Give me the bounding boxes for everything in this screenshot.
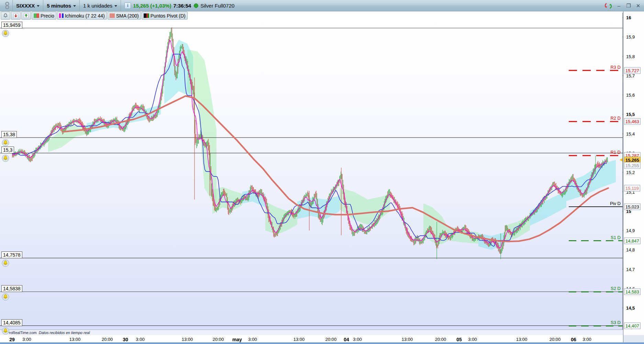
alert-bell-icon[interactable] <box>2 327 9 335</box>
time-tick-label: may <box>232 337 242 342</box>
alert-level-label: 15,3 <box>1 147 14 153</box>
time-axis[interactable] <box>0 335 623 342</box>
legend-price[interactable]: Precio <box>32 12 56 20</box>
time-tick-label: 3:00 <box>353 337 362 342</box>
axis-value-box: 15,463 <box>624 118 641 125</box>
alert-level-label: 14,4085 <box>1 319 22 326</box>
pivot-label-s3-d: S3 D <box>611 320 621 325</box>
alert-level-label: 14,5838 <box>1 285 22 292</box>
alert-bell-icon[interactable] <box>2 139 9 147</box>
sell-order-button[interactable] <box>11 12 21 20</box>
restore-button[interactable]: ❐ <box>625 3 632 9</box>
symbol-selector[interactable]: SIXXXX <box>13 0 43 11</box>
alert-bell-icon[interactable] <box>2 293 9 301</box>
time-tick-label: 20:00 <box>102 337 113 342</box>
units-selector[interactable]: 1 k unidades <box>80 0 121 11</box>
pivot-label-r3-d: R3 D <box>610 65 621 70</box>
instrument-name: Silver Full0720 <box>200 3 234 9</box>
time-tick-label: 13:00 <box>516 337 528 342</box>
price-tick-label: 14,7 <box>626 267 635 272</box>
chevron-down-icon <box>73 5 76 7</box>
refresh-icon[interactable] <box>604 2 612 10</box>
price-tick-label: 16 <box>626 15 631 20</box>
time-tick-label: 13:00 <box>69 337 81 342</box>
time-tick-label: 13:00 <box>182 337 193 342</box>
info-icon[interactable]: i <box>124 2 131 9</box>
legend-sma-label: SMA (200) <box>116 13 139 19</box>
copyright-bar: © ProRealTime.com Datos recibidos en tie… <box>0 330 623 335</box>
alert-bell-icon[interactable] <box>2 259 9 267</box>
alert-bell-icon[interactable] <box>2 154 9 162</box>
time-tick-label: 20:00 <box>325 337 337 342</box>
axis-value-box: 14,583 <box>624 289 641 295</box>
symbol-label: SIXXXX <box>16 3 35 9</box>
axis-value-box: 14,407 <box>624 323 641 329</box>
timeframe-selector[interactable]: 5 minutos <box>43 0 79 11</box>
axis-value-box: 15,119 <box>624 185 640 191</box>
chevron-down-icon <box>37 5 40 7</box>
axis-value-box: 15,727 <box>624 67 641 74</box>
trading-platform-window: SIXXXX 5 minutos 1 k unidades i 15,265 (… <box>0 0 644 344</box>
green-up-arrow-icon <box>23 13 29 18</box>
quote-time: 7:36:54 <box>173 3 191 9</box>
time-tick-label: 3:00 <box>582 337 591 342</box>
window-bottom-edge <box>0 342 644 344</box>
legend-pivot[interactable]: Puntos Pivot (D) <box>142 12 188 20</box>
price-tick-label: 14,9 <box>626 228 635 233</box>
window-controls: – ❐ ✕ <box>604 0 641 11</box>
time-tick-label: 3:00 <box>248 337 257 342</box>
chart-background <box>0 11 644 335</box>
pivot-label-piv-d: Piv D <box>610 201 621 206</box>
price-tick-label: 15,9 <box>626 34 635 40</box>
close-button[interactable]: ✕ <box>635 3 641 9</box>
realtime-status: Datos recibidos en tiempo real <box>39 331 90 335</box>
time-tick-label: 06 <box>571 337 576 342</box>
legend-ichimoku[interactable]: Ichimoku (7 22 44) <box>57 12 107 20</box>
sma-swatch-icon <box>110 13 115 18</box>
legend-sma[interactable]: SMA (200) <box>108 12 141 20</box>
ichimoku-swatch-icon <box>59 13 64 18</box>
time-tick-label: 3:00 <box>468 337 477 342</box>
indicator-legend: Precio Ichimoku (7 22 44) SMA (200) Punt… <box>1 12 188 20</box>
pivot-label-s2-d: S2 D <box>611 286 621 291</box>
timeframe-label: 5 minutos <box>47 3 71 9</box>
time-tick-label: 13:00 <box>293 337 305 342</box>
time-tick-label: 20:00 <box>549 337 561 342</box>
price-tick-label: 15,6 <box>626 93 635 98</box>
time-tick-label: 04 <box>344 337 349 342</box>
buy-order-button[interactable] <box>21 12 31 20</box>
time-tick-label: 20:00 <box>213 337 224 342</box>
pivot-label-r1-d: R1 D <box>610 150 621 155</box>
pivot-swatch-icon <box>144 13 149 18</box>
time-tick-label: 20:00 <box>435 337 446 342</box>
price-tick-label: 14,8 <box>626 247 635 252</box>
alert-level-label: 14,7578 <box>1 251 22 258</box>
alert-bell-icon[interactable] <box>2 30 9 37</box>
price-swatch-icon <box>34 13 39 18</box>
time-tick-label: 30 <box>123 337 128 342</box>
price-tick-label: 15,5 <box>626 112 635 117</box>
pivot-label-r2-d: R2 D <box>610 116 621 121</box>
link-windows-icon[interactable] <box>3 2 12 9</box>
time-tick-label: 3:00 <box>22 337 31 342</box>
axis-corner <box>623 335 644 342</box>
alert-level-label: 15,9459 <box>1 22 22 29</box>
time-tick-label: 3:00 <box>136 337 144 342</box>
axis-value-box: 15,255 <box>624 162 641 169</box>
legend-ichimoku-label: Ichimoku (7 22 44) <box>65 13 105 19</box>
time-tick-label: 05 <box>456 337 462 342</box>
price-tick-label: 15,8 <box>626 54 635 59</box>
axis-value-box: 15,023 <box>624 203 641 210</box>
time-tick-label: 13:00 <box>402 337 413 342</box>
alerts-button[interactable] <box>1 12 10 20</box>
axis-value-box: 14,847 <box>624 237 641 244</box>
time-tick-label: 29 <box>9 337 15 342</box>
legend-price-label: Precio <box>41 13 54 19</box>
alert-level-label: 15,38 <box>1 131 17 138</box>
connection-status-icon <box>194 3 198 8</box>
units-label: 1 k unidades <box>83 3 112 9</box>
minimize-button[interactable]: – <box>616 3 622 9</box>
pivot-label-s1-d: S1 D <box>611 235 621 240</box>
price-tick-label: 15,7 <box>626 73 635 78</box>
legend-pivot-label: Puntos Pivot (D) <box>151 13 186 19</box>
